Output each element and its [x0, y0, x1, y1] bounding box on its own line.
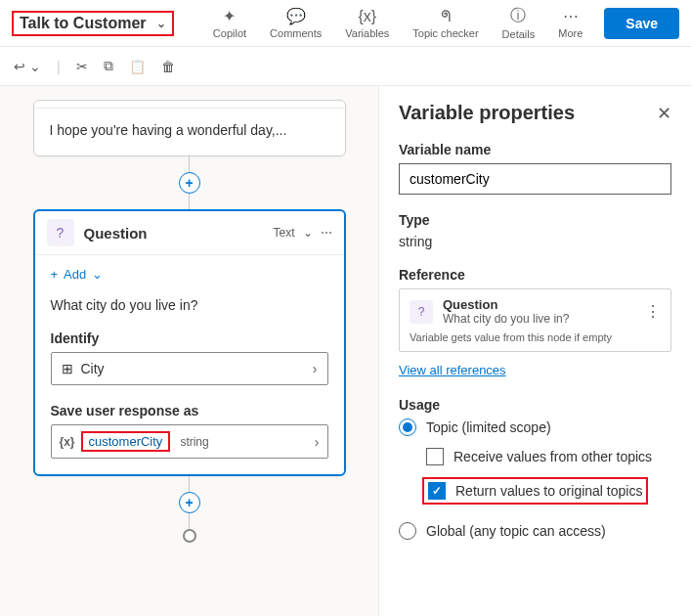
stethoscope-icon: ᖗ [441, 8, 451, 25]
copilot-icon: ✦ [223, 7, 236, 25]
details-label: Details [502, 28, 536, 40]
return-values-checkbox[interactable]: ✓ [428, 482, 446, 500]
view-all-references-link[interactable]: View all references [399, 363, 506, 377]
usage-label: Usage [399, 397, 671, 413]
receive-values-label: Receive values from other topics [453, 449, 652, 464]
comments-button[interactable]: 💬Comments [260, 5, 331, 41]
secondary-toolbar: ↩ ⌄ | ✂ ⧉ 📋 🗑 [0, 47, 691, 86]
save-button[interactable]: Save [604, 8, 679, 39]
chevron-down-icon: ⌄ [92, 267, 103, 282]
topic-checker-button[interactable]: ᖗTopic checker [403, 6, 488, 41]
reference-label: Reference [399, 267, 671, 283]
return-values-checkbox-row: ✓ Return values to original topics [422, 477, 671, 505]
radio-icon [399, 418, 416, 436]
topic-name[interactable]: Talk to Customer ⌄ [12, 11, 174, 36]
message-text: I hope you're having a wonderful day,... [50, 122, 329, 138]
undo-button[interactable]: ↩ ⌄ [14, 59, 41, 74]
usage-global-label: Global (any topic can access) [426, 523, 606, 539]
copilot-button[interactable]: ✦Copilot [203, 5, 256, 41]
variable-field[interactable]: {x} customerCity string › [51, 424, 328, 459]
variables-label: Variables [345, 27, 389, 39]
identify-value: City [81, 361, 105, 376]
question-node[interactable]: ? Question Text ⌄ ⋯ + Add ⌄ What city do… [33, 209, 346, 476]
copy-button[interactable]: ⧉ [104, 58, 113, 74]
paste-button[interactable]: 📋 [129, 59, 146, 74]
more-icon[interactable]: ⋯ [321, 226, 332, 240]
type-value: string [399, 234, 671, 249]
copilot-label: Copilot [213, 27, 246, 39]
delete-button[interactable]: 🗑 [161, 59, 175, 74]
return-values-label: Return values to original topics [455, 483, 642, 499]
chevron-down-icon: ⌄ [156, 17, 166, 30]
identify-field[interactable]: ⊞ City › [51, 352, 328, 385]
variable-name-input[interactable] [399, 163, 671, 195]
panel-title: Variable properties [399, 102, 575, 124]
comments-label: Comments [270, 27, 322, 39]
identify-label: Identify [51, 330, 328, 346]
question-icon: ? [47, 219, 74, 246]
question-type-label: Text [273, 226, 294, 240]
reference-note: Variable gets value from this node if em… [410, 331, 661, 343]
chevron-right-icon: › [315, 434, 320, 450]
usage-topic-radio[interactable]: Topic (limited scope) [399, 418, 671, 436]
entity-icon: ⊞ [62, 361, 73, 376]
chevron-right-icon: › [313, 361, 318, 376]
reference-title: Question [443, 297, 635, 312]
save-response-label: Save user response as [51, 403, 328, 418]
more-icon[interactable]: ⋮ [645, 302, 661, 321]
reference-box: ? Question What city do you live in? ⋮ V… [399, 288, 671, 352]
variable-name: customerCity [81, 431, 171, 452]
info-icon: ⓘ [510, 6, 526, 26]
topic-name-text: Talk to Customer [20, 15, 147, 32]
more-icon: ⋯ [563, 7, 579, 25]
add-node-button[interactable]: + [179, 172, 200, 194]
topic-checker-label: Topic checker [412, 27, 478, 39]
variables-button[interactable]: {x}Variables [335, 6, 399, 41]
separator: | [57, 59, 61, 74]
message-node[interactable]: I hope you're having a wonderful day,... [33, 100, 346, 156]
add-node-button[interactable]: + [179, 492, 200, 513]
variable-properties-panel: Variable properties ✕ Variable name Type… [378, 86, 691, 616]
reference-subtitle: What city do you live in? [443, 312, 635, 326]
plus-icon: + [51, 267, 59, 282]
more-label: More [558, 27, 583, 39]
top-toolbar: Talk to Customer ⌄ ✦Copilot 💬Comments {x… [0, 0, 691, 47]
cut-button[interactable]: ✂ [76, 59, 88, 74]
variable-type: string [180, 435, 208, 449]
usage-topic-label: Topic (limited scope) [426, 419, 551, 435]
checkbox-icon [426, 448, 444, 465]
type-label: Type [399, 212, 671, 228]
end-node [183, 529, 196, 543]
variable-icon: {x} [358, 8, 376, 25]
authoring-canvas[interactable]: I hope you're having a wonderful day,...… [0, 86, 378, 616]
question-title: Question [84, 225, 264, 242]
question-icon: ? [410, 300, 433, 324]
variable-name-label: Variable name [399, 142, 671, 157]
question-prompt[interactable]: What city do you live in? [51, 297, 328, 313]
chevron-down-icon[interactable]: ⌄ [303, 226, 313, 240]
receive-values-checkbox[interactable]: Receive values from other topics [426, 448, 671, 465]
variable-icon: {x} [60, 435, 75, 449]
add-label: Add [64, 267, 86, 282]
more-button[interactable]: ⋯More [548, 5, 592, 41]
question-header: ? Question Text ⌄ ⋯ [35, 211, 344, 255]
details-button[interactable]: ⓘDetails [493, 4, 545, 42]
close-icon[interactable]: ✕ [657, 103, 671, 124]
usage-global-radio[interactable]: Global (any topic can access) [399, 522, 671, 540]
radio-icon [399, 522, 416, 540]
add-button[interactable]: + Add ⌄ [51, 267, 328, 282]
comment-icon: 💬 [286, 7, 306, 25]
